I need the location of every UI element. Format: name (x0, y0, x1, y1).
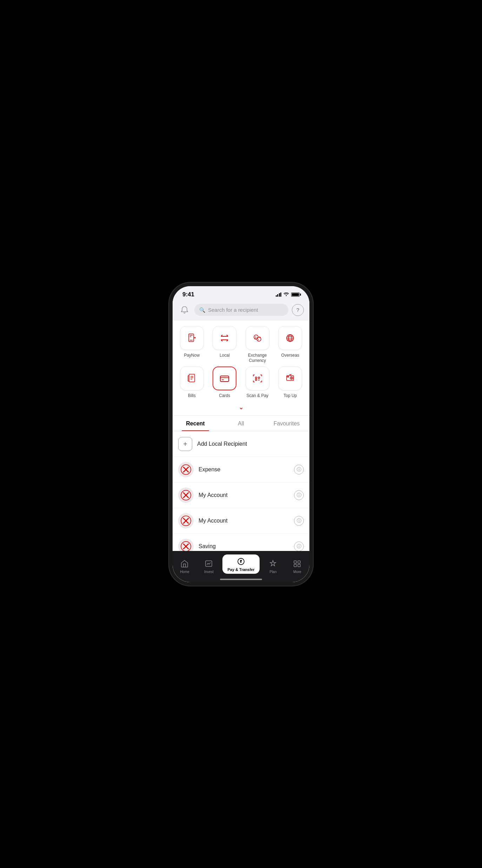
chevron-down-icon: ⌄ (239, 403, 244, 411)
tab-recent[interactable]: Recent (173, 416, 218, 431)
saving-info-button[interactable]: ⓘ (294, 541, 304, 551)
nav-plan[interactable]: Plan (262, 559, 283, 574)
search-placeholder: Search for a recipient (208, 307, 258, 313)
nav-pay-transfer-box: $ Pay & Transfer (222, 554, 259, 574)
invest-icon (205, 559, 213, 568)
recipient-tabs: Recent All Favourites (173, 416, 309, 431)
scanpay-label: Scan & Pay (246, 393, 268, 399)
svg-rect-7 (255, 377, 257, 378)
home-indicator (220, 579, 262, 580)
pay-transfer-icon: $ (237, 557, 245, 566)
search-icon: 🔍 (199, 307, 205, 313)
svg-point-12 (291, 377, 292, 378)
svg-rect-13 (287, 376, 289, 377)
add-recipient-row[interactable]: + Add Local Recipient (173, 431, 309, 457)
bills-label: Bills (188, 393, 196, 399)
status-bar: 9:41 (173, 286, 309, 301)
local-label: Local (220, 353, 230, 358)
nav-home[interactable]: Home (174, 559, 195, 574)
exchange-icon-box: $ (246, 326, 269, 350)
nav-more[interactable]: More (287, 559, 308, 574)
svg-point-11 (290, 377, 293, 379)
local-icon-box (213, 326, 236, 350)
nav-home-label: Home (180, 570, 189, 574)
paynow-icon-box (180, 326, 204, 350)
recipient-expense[interactable]: Expense ⓘ (173, 457, 309, 483)
svg-rect-9 (255, 379, 257, 381)
svg-rect-35 (294, 564, 296, 567)
action-scanpay[interactable]: Scan & Pay (242, 366, 273, 399)
myaccount2-name: My Account (199, 518, 294, 524)
scanpay-icon-box (246, 366, 269, 390)
svg-rect-34 (298, 561, 300, 563)
cards-icon-box (213, 366, 236, 390)
topup-icon-box (278, 366, 302, 390)
tab-all[interactable]: All (218, 416, 264, 431)
nav-plan-label: Plan (269, 570, 276, 574)
home-icon (180, 559, 189, 568)
svg-rect-36 (298, 564, 300, 567)
bills-icon-box (180, 366, 204, 390)
exchange-label: Exchange Currency (242, 353, 273, 364)
svg-text:$: $ (240, 560, 241, 563)
expense-name: Expense (199, 466, 294, 473)
plan-icon (269, 559, 277, 568)
status-icons (276, 292, 300, 297)
expand-button[interactable]: ⌄ (173, 401, 309, 416)
recipient-myaccount2[interactable]: My Account ⓘ (173, 508, 309, 534)
action-topup[interactable]: Top Up (275, 366, 306, 399)
add-recipient-label: Add Local Recipient (197, 441, 247, 447)
notification-icon[interactable] (178, 304, 191, 316)
svg-point-2 (257, 337, 261, 341)
wifi-icon (283, 292, 289, 297)
expense-avatar (178, 462, 194, 477)
svg-rect-33 (294, 561, 296, 563)
tab-favourites[interactable]: Favourites (264, 416, 309, 431)
search-bar[interactable]: 🔍 Search for a recipient (194, 304, 288, 316)
action-grid: PayNow Local $ (173, 321, 309, 402)
paynow-label: PayNow (184, 353, 200, 358)
header: 🔍 Search for a recipient ? (173, 301, 309, 321)
phone-frame: 9:41 (173, 286, 309, 582)
main-content: PayNow Local $ (173, 321, 309, 582)
myaccount1-name: My Account (199, 492, 294, 498)
signal-icon (276, 292, 282, 297)
nav-more-label: More (293, 570, 301, 574)
nav-invest-label: Invest (204, 570, 214, 574)
action-local[interactable]: Local (210, 326, 240, 364)
topup-label: Top Up (283, 393, 297, 399)
overseas-icon-box (278, 326, 302, 350)
saving-name: Saving (199, 543, 294, 550)
more-icon (293, 559, 301, 568)
cards-label: Cards (219, 393, 230, 399)
svg-rect-6 (220, 376, 229, 382)
status-time: 9:41 (182, 291, 194, 298)
add-icon: + (178, 437, 192, 451)
action-bills[interactable]: Bills (177, 366, 207, 399)
expense-info-button[interactable]: ⓘ (294, 465, 304, 475)
action-overseas[interactable]: Overseas (275, 326, 306, 364)
nav-pay-transfer[interactable]: $ Pay & Transfer (222, 554, 259, 574)
action-paynow[interactable]: PayNow (177, 326, 207, 364)
myaccount2-info-button[interactable]: ⓘ (294, 516, 304, 526)
action-cards[interactable]: Cards (210, 366, 240, 399)
overseas-label: Overseas (281, 353, 299, 358)
svg-rect-8 (258, 377, 260, 378)
battery-icon (291, 292, 300, 297)
nav-pay-transfer-label: Pay & Transfer (227, 567, 254, 572)
action-exchange[interactable]: $ Exchange Currency (242, 326, 273, 364)
svg-rect-5 (189, 374, 195, 382)
myaccount2-avatar (178, 513, 194, 529)
myaccount1-avatar (178, 487, 194, 503)
bottom-nav: Home Invest $ Pay & Trans (173, 551, 309, 582)
help-label: ? (296, 307, 299, 313)
recipient-myaccount1[interactable]: My Account ⓘ (173, 483, 309, 508)
help-button[interactable]: ? (292, 304, 304, 316)
myaccount1-info-button[interactable]: ⓘ (294, 490, 304, 500)
nav-invest[interactable]: Invest (198, 559, 219, 574)
